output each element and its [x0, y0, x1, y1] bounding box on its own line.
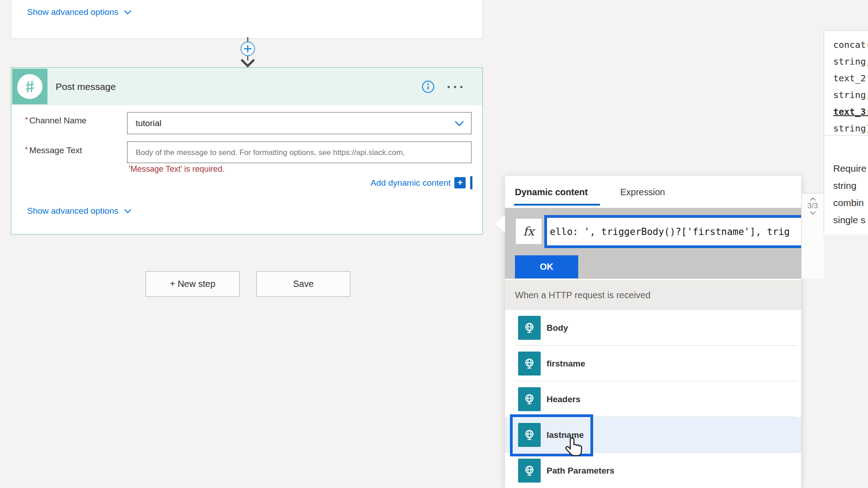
tooltip-divider — [824, 135, 868, 136]
fx-icon[interactable]: fx — [516, 219, 542, 244]
http-request-icon — [518, 459, 541, 483]
action-title: Post message — [56, 68, 116, 105]
list-item-headers[interactable]: Headers — [505, 381, 801, 417]
add-dynamic-plus-icon: + — [454, 177, 466, 188]
info-icon[interactable] — [421, 80, 435, 94]
http-request-icon — [518, 423, 541, 447]
signature-description: Require string combin single s — [833, 160, 867, 229]
save-button[interactable]: Save — [256, 271, 350, 297]
flow-designer-canvas: Show advanced options # Post message *Ch… — [0, 0, 868, 488]
expression-input[interactable] — [547, 218, 805, 245]
message-text-field — [127, 141, 472, 163]
add-dynamic-content-link[interactable]: Add dynamic content + — [371, 176, 472, 189]
post-message-action-card: # Post message *Channel Name *Message Te… — [11, 67, 483, 235]
channel-name-input[interactable] — [127, 112, 472, 134]
action-card-header[interactable]: # Post message — [11, 68, 482, 105]
list-item-path-parameters[interactable]: Path Parameters — [505, 453, 801, 488]
active-parameter: text_3: — [833, 103, 868, 120]
ok-button[interactable]: OK — [515, 255, 578, 278]
message-text-input[interactable] — [127, 141, 472, 163]
channel-dropdown-chevron-icon[interactable] — [454, 120, 464, 126]
show-advanced-options-link-card[interactable]: Show advanced options — [27, 206, 132, 216]
http-request-icon — [518, 387, 541, 411]
active-tab-underline — [514, 204, 600, 206]
overload-pager: 3/3 — [801, 193, 824, 279]
http-request-icon — [518, 352, 541, 375]
expression-input-highlight — [544, 215, 807, 248]
text-cursor-icon — [470, 176, 472, 189]
trigger-card-partial: Show advanced options — [11, 0, 483, 39]
channel-name-field — [127, 112, 472, 134]
validation-error: 'Message Text' is required. — [129, 164, 225, 174]
tab-expression[interactable]: Expression — [620, 187, 665, 197]
function-signature-tooltip: concat( string, text_2: string, text_3: … — [824, 30, 868, 235]
chevron-down-icon[interactable] — [810, 211, 816, 215]
required-marker: * — [25, 116, 28, 124]
message-text-label: *Message Text — [25, 145, 82, 155]
chevron-up-icon[interactable] — [810, 197, 816, 201]
signature-code: concat( string, text_2: string, text_3: … — [833, 37, 868, 137]
pager-position: 3/3 — [807, 202, 818, 211]
slack-icon: # — [12, 69, 47, 104]
show-advanced-options-link-top[interactable]: Show advanced options — [27, 7, 132, 17]
list-item-lastname[interactable]: lastname — [505, 417, 801, 453]
tab-dynamic-content[interactable]: Dynamic content — [515, 187, 588, 197]
panel-callout-arrow — [495, 215, 505, 233]
list-item-body[interactable]: Body — [505, 310, 801, 346]
channel-name-label: *Channel Name — [25, 116, 86, 126]
dynamic-content-panel: Dynamic content Expression fx OK When a … — [505, 176, 801, 488]
more-options-icon[interactable] — [446, 84, 464, 90]
http-request-icon — [518, 316, 541, 340]
chevron-down-icon — [124, 10, 132, 14]
chevron-down-icon — [124, 209, 132, 213]
required-marker: * — [25, 145, 28, 154]
insert-step-connector[interactable] — [233, 37, 262, 70]
trigger-section-header: When a HTTP request is received — [505, 280, 801, 310]
show-advanced-options-label: Show advanced options — [27, 7, 118, 17]
list-item-firstname[interactable]: firstname — [505, 346, 801, 381]
new-step-button[interactable]: + New step — [146, 271, 240, 297]
